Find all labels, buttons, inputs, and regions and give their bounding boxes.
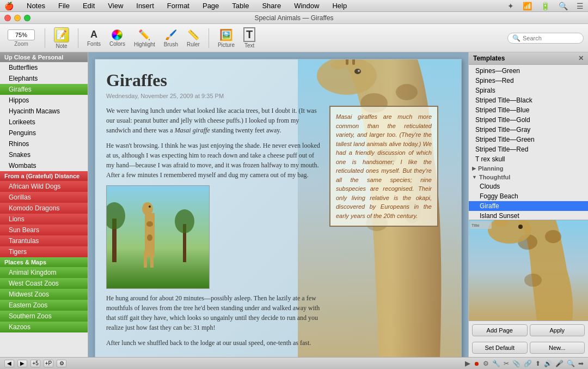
brush-button[interactable]: 🖌️ Brush [162,28,180,49]
minimize-button[interactable] [14,15,21,21]
template-striped-gold[interactable]: Striped Title—Gold [469,115,588,125]
template-foggy-beach[interactable]: Foggy Beach [469,191,588,201]
tool-icon-1[interactable]: ⚙ [483,360,489,367]
fonts-button[interactable]: A Fonts [85,28,103,48]
paragraph-4: After lunch we shuffled back to the lodg… [106,338,324,348]
sidebar-item-tigers[interactable]: Tigers [0,246,88,257]
sidebar-item-wild-dogs[interactable]: African Wild Dogs [0,181,88,192]
sidebar-item-elephants[interactable]: Elephants [0,73,88,84]
sidebar-item-lorikeets[interactable]: Lorikeets [0,117,88,128]
text-button[interactable]: T Text [241,26,258,50]
close-button[interactable] [4,15,11,21]
template-spirals[interactable]: Spirals [469,86,588,95]
template-spines-red[interactable]: Spines—Red [469,76,588,86]
template-trex-skull[interactable]: T rex skull [469,154,588,164]
search-input[interactable] [523,35,579,41]
sidebar-item-midwest-zoos[interactable]: Midwest Zoos [0,289,88,300]
ruler-button[interactable]: 📏 Ruler [185,28,202,49]
nav-next-button[interactable]: ▶ [17,360,27,367]
sidebar-item-snakes[interactable]: Snakes [0,149,88,160]
play-icon[interactable]: ▶ [465,359,470,367]
template-section-planning[interactable]: ▶ Planning [469,164,588,173]
zoom-input[interactable] [8,29,35,40]
document-date: Wednesday, November 25, 2009 at 9:35 PM [106,93,450,99]
counter-button[interactable]: +5 [30,360,40,367]
template-striped-green[interactable]: Striped Title—Green [469,135,588,144]
sidebar-item-komodo-dragons[interactable]: Komodo Dragons [0,203,88,214]
speaker-icon[interactable]: 🔊 [544,360,552,367]
menu-edit[interactable]: Edit [81,1,97,11]
sidebar-item-penguins[interactable]: Penguins [0,128,88,138]
tool-icon-5[interactable]: 🔗 [524,360,532,367]
sidebar-item-gorillas[interactable]: Gorillas [0,192,88,203]
tool-icon-3[interactable]: ✂ [504,360,509,367]
picture-icon: 🖼️ [219,28,233,41]
gear-button[interactable]: ⚙ [57,360,66,367]
templates-close-icon[interactable]: ✕ [578,55,584,62]
add-page-bottom-button[interactable]: +P [44,360,53,367]
document-layout: We were having lunch under what looked l… [106,106,450,353]
template-striped-red[interactable]: Striped Title—Red [469,144,588,154]
template-striped-gray[interactable]: Striped Title—Gray [469,125,588,135]
svg-rect-12 [352,59,355,65]
menu-insert[interactable]: Insert [134,1,156,11]
menu-page[interactable]: Page [200,1,221,11]
record-icon[interactable]: ⏺ [474,360,480,367]
tool-icon-6[interactable]: ⬆ [535,360,541,367]
menu-view[interactable]: View [106,1,125,11]
highlight-button[interactable]: ✏️ Highlight [132,28,157,49]
menu-file[interactable]: File [56,1,72,11]
sidebar-item-giraffes[interactable]: Giraffes [0,84,88,95]
toolbar-separator-2 [78,28,78,48]
picture-button[interactable]: 🖼️ Picture [216,27,237,49]
menu-format[interactable]: Format [165,1,192,11]
template-clouds[interactable]: Clouds [469,182,588,191]
nav-prev-button[interactable]: ◀ [4,360,14,367]
new-button[interactable]: New... [530,342,585,354]
search-bottom-icon[interactable]: 🔍 [567,360,575,367]
apply-button[interactable]: Apply [530,324,585,336]
template-section-thoughtful[interactable]: ▼ Thoughtful [469,173,588,182]
sidebar-item-west-coast-zoos[interactable]: West Coast Zoos [0,278,88,289]
mic-icon[interactable]: 🎤 [555,360,564,367]
apple-menu[interactable]: 🍎 [4,2,14,10]
svg-point-21 [146,221,153,227]
menu-share[interactable]: Share [260,1,283,11]
sidebar-item-eastern-zoos[interactable]: Eastern Zoos [0,300,88,311]
template-spines-green[interactable]: Spines—Green [469,66,588,76]
menu-table[interactable]: Table [230,1,251,11]
colors-button[interactable]: Colors [107,28,127,48]
fonts-label: Fonts [87,41,101,47]
maximize-button[interactable] [24,15,30,21]
thoughtful-triangle-icon: ▼ [472,174,477,180]
sidebar-item-hyacinth-macaws[interactable]: Hyacinth Macaws [0,106,88,117]
menu-window[interactable]: Window [292,1,321,11]
sidebar-item-wombats[interactable]: Wombats [0,160,88,171]
colors-icon [112,29,122,40]
template-striped-blue[interactable]: Striped Title—Blue [469,105,588,115]
template-island-sunset[interactable]: Island Sunset [469,211,588,220]
menu-help[interactable]: Help [330,1,349,11]
template-striped-black[interactable]: Striped Title—Black [469,95,588,105]
sidebar-item-butterflies[interactable]: Butterflies [0,62,88,73]
sidebar-item-kazoos[interactable]: Kazoos [0,322,88,332]
sidebar-item-lions[interactable]: Lions [0,214,88,225]
document-page[interactable]: Giraffes Wednesday, November 25, 2009 at… [95,59,462,357]
svg-point-29 [524,274,542,287]
menu-notes[interactable]: Notes [24,1,47,11]
set-default-button[interactable]: Set Default [472,342,528,354]
tool-icon-2[interactable]: 🔧 [492,360,500,367]
arrow-icon[interactable]: ➡ [578,360,584,367]
search-box[interactable]: 🔍 [507,33,584,44]
sidebar-item-rhinos[interactable]: Rhinos [0,138,88,149]
sidebar-item-tarantulas[interactable]: Tarantulas [0,235,88,246]
sidebar-item-sun-bears[interactable]: Sun Bears [0,225,88,235]
search-icon: 🔍 [512,34,520,42]
sidebar-item-hippos[interactable]: Hippos [0,95,88,106]
sidebar-item-southern-zoos[interactable]: Southern Zoos [0,311,88,322]
add-page-button[interactable]: Add Page [472,324,528,336]
tool-icon-4[interactable]: 📎 [512,360,520,367]
note-button[interactable]: 📝 Note [52,26,71,50]
template-giraffe[interactable]: Giraffe [469,201,588,211]
sidebar-item-animal-kingdom[interactable]: Animal Kingdom [0,267,88,278]
